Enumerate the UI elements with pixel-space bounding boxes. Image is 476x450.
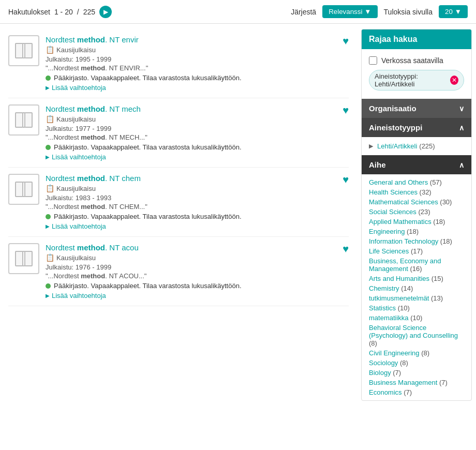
- subject-count: (10): [410, 314, 422, 322]
- remove-filter-button[interactable]: ✕: [450, 76, 458, 85]
- subject-link[interactable]: Information Technology: [369, 237, 438, 245]
- svg-rect-1: [25, 43, 32, 58]
- subject-item: Health Sciences (32): [369, 187, 464, 197]
- more-options-button[interactable]: Lisää vaihtoehtoja: [46, 153, 336, 161]
- subject-count: (18): [407, 228, 419, 235]
- book-icon: 📋: [46, 253, 54, 262]
- subject-link[interactable]: General and Others: [369, 178, 428, 186]
- svg-rect-12: [16, 251, 23, 266]
- chevron-down-icon: ▼: [455, 8, 462, 16]
- subject-link[interactable]: Business Management: [369, 379, 437, 386]
- result-title[interactable]: Nordtest method. NT acou: [46, 243, 336, 252]
- result-item: Nordtest method. NT acou 📋 Kausijulkaisu…: [8, 237, 349, 306]
- type-facet-item: ▶ Lehti/Artikkeli (225): [369, 141, 464, 151]
- subject-link[interactable]: Civil Engineering: [369, 349, 420, 357]
- result-icon: [8, 35, 39, 66]
- subject-count: (18): [440, 237, 452, 245]
- subject-link[interactable]: Statistics: [369, 304, 396, 312]
- result-type: 📋 Kausijulkaisu: [46, 253, 336, 262]
- result-title[interactable]: Nordtest method. NT mech: [46, 104, 336, 113]
- subject-section-body: General and Others (57)Health Sciences (…: [362, 174, 471, 400]
- subject-count: (32): [420, 188, 432, 196]
- subject-section-header[interactable]: Aihe ∧: [362, 155, 471, 174]
- organisation-section-header[interactable]: Organisaatio ∨: [362, 99, 471, 118]
- favorite-button[interactable]: ♥: [343, 243, 349, 255]
- online-checkbox[interactable]: [369, 56, 377, 65]
- svg-rect-8: [16, 182, 23, 197]
- result-content: Nordtest method. NT chem 📋 Kausijulkaisu…: [46, 174, 336, 230]
- favorite-button[interactable]: ♥: [343, 35, 349, 47]
- subject-item: Arts and Humanities (15): [369, 274, 464, 283]
- type-facet-link[interactable]: Lehti/Artikkeli: [377, 142, 417, 150]
- result-date: Julkaistu: 1976 - 1999: [46, 263, 336, 271]
- svg-rect-13: [25, 251, 32, 266]
- online-label[interactable]: Verkossa saatavilla: [381, 56, 443, 65]
- subject-link[interactable]: Mathematical Sciences: [369, 198, 438, 206]
- subject-link[interactable]: tutkimusmenetelmät: [369, 294, 429, 302]
- results-sep: /: [77, 8, 79, 16]
- subject-link[interactable]: Health Sciences: [369, 188, 418, 196]
- filter-body: Verkossa saatavilla Aineistotyyppi: Leht…: [362, 49, 471, 99]
- subject-link[interactable]: Chemistry: [369, 284, 399, 292]
- subject-link[interactable]: matematiikka: [369, 314, 409, 322]
- result-date: Julkaistu: 1983 - 1993: [46, 194, 336, 202]
- subject-count: (16): [410, 265, 422, 273]
- sidebar: Rajaa hakua Verkossa saatavilla Aineisto…: [357, 24, 476, 411]
- result-icon: [8, 104, 39, 136]
- results-label: Hakutulokset: [8, 8, 50, 16]
- result-icon: [8, 243, 39, 274]
- subject-count: (7): [404, 388, 412, 396]
- result-snippet: "...Nordtest method. NT ACOU...": [46, 272, 336, 280]
- subject-link[interactable]: Engineering: [369, 228, 405, 235]
- favorite-button[interactable]: ♥: [343, 174, 349, 186]
- result-content: Nordtest method. NT acou 📋 Kausijulkaisu…: [46, 243, 336, 299]
- type-section-header[interactable]: Aineistotyyppi ∧: [362, 118, 471, 137]
- subject-count: (7): [393, 369, 401, 377]
- favorite-button[interactable]: ♥: [343, 104, 349, 116]
- result-title[interactable]: Nordtest method. NT envir: [46, 35, 336, 44]
- result-content: Nordtest method. NT mech 📋 Kausijulkaisu…: [46, 104, 336, 161]
- subject-link[interactable]: Social Sciences: [369, 208, 416, 216]
- next-page-button[interactable]: ▶: [99, 6, 112, 18]
- subject-link[interactable]: Applied Mathematics: [369, 218, 432, 226]
- svg-rect-5: [25, 113, 32, 127]
- subject-item: Engineering (18): [369, 227, 464, 236]
- result-item: Nordtest method. NT mech 📋 Kausijulkaisu…: [8, 98, 349, 168]
- subject-link[interactable]: Sociology: [369, 359, 398, 367]
- per-page-label: Tuloksia sivulla: [384, 8, 433, 16]
- result-icon: [8, 174, 39, 205]
- subject-item: Chemistry (14): [369, 283, 464, 293]
- subject-link[interactable]: Biology: [369, 369, 391, 377]
- subject-item: tutkimusmenetelmät (13): [369, 293, 464, 303]
- result-availability: Pääkirjasto. Vapaakappaleet. Tilaa varas…: [46, 213, 336, 220]
- more-options-button[interactable]: Lisää vaihtoehtoja: [46, 292, 336, 299]
- more-options-button[interactable]: Lisää vaihtoehtoja: [46, 222, 336, 230]
- availability-icon: [46, 214, 51, 219]
- result-date: Julkaistu: 1995 - 1999: [46, 55, 336, 63]
- book-icon: 📋: [46, 115, 54, 123]
- subject-link[interactable]: Economics: [369, 388, 402, 396]
- relevance-sort-button[interactable]: Relevanssi ▼: [322, 5, 377, 18]
- svg-rect-9: [25, 182, 32, 197]
- per-page-button[interactable]: 20 ▼: [439, 5, 468, 18]
- result-type: 📋 Kausijulkaisu: [46, 46, 336, 54]
- chevron-up-icon: ∧: [459, 161, 464, 169]
- subject-item: Life Sciences (17): [369, 246, 464, 256]
- more-options-button[interactable]: Lisää vaihtoehtoja: [46, 84, 336, 92]
- subject-link[interactable]: Behavioral Science (Psychology) and Coun…: [369, 324, 458, 339]
- active-filter-badge: Aineistotyyppi: Lehti/Artikkeli ✕: [369, 70, 464, 91]
- subject-count: (17): [411, 247, 423, 255]
- result-title[interactable]: Nordtest method. NT chem: [46, 174, 336, 183]
- subject-link[interactable]: Arts and Humanities: [369, 275, 429, 282]
- result-item: Nordtest method. NT chem 📋 Kausijulkaisu…: [8, 168, 349, 237]
- subject-link[interactable]: Life Sciences: [369, 247, 409, 255]
- results-panel: Nordtest method. NT envir 📋 Kausijulkais…: [0, 24, 357, 411]
- filter-title: Rajaa hakua: [369, 35, 417, 43]
- type-facet-count: (225): [419, 142, 435, 150]
- subject-link[interactable]: Business, Economy and Management: [369, 257, 441, 273]
- result-type: 📋 Kausijulkaisu: [46, 184, 336, 192]
- subject-count: (7): [439, 379, 448, 386]
- subject-item: Mathematical Sciences (30): [369, 197, 464, 207]
- result-item: Nordtest method. NT envir 📋 Kausijulkais…: [8, 29, 349, 98]
- subject-count: (18): [433, 218, 445, 226]
